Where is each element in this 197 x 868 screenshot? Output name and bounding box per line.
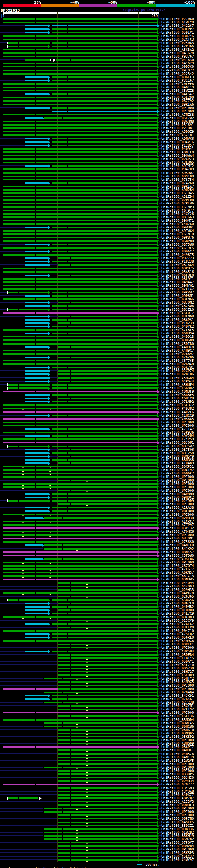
bar-gap-mark bbox=[35, 688, 36, 690]
bar-gap-mark bbox=[11, 312, 11, 314]
hit-bar bbox=[59, 681, 157, 683]
hit-label[interactable]: UniRef100_B4M9X5 bbox=[161, 680, 197, 684]
bar-gap-mark bbox=[35, 746, 36, 748]
hit-label[interactable]: UniRef100_B2B1H6 bbox=[161, 373, 197, 376]
hit-label[interactable]: UniRef100_UPI000.. bbox=[161, 475, 197, 478]
bar-gap-mark bbox=[70, 729, 71, 731]
bar-gap-mark bbox=[104, 637, 104, 638]
segment-tick bbox=[58, 841, 58, 844]
bar-gap-mark bbox=[35, 114, 36, 116]
bar-gap-mark bbox=[11, 278, 11, 280]
bar-gap-mark bbox=[104, 305, 104, 307]
query-line-tail bbox=[159, 770, 161, 771]
hit-bar bbox=[8, 384, 48, 385]
query-line bbox=[0, 32, 25, 33]
query-line-tail bbox=[159, 183, 161, 183]
hit-label[interactable]: UniRef100_C8Z3W6 bbox=[161, 304, 197, 308]
segment-tick bbox=[51, 24, 52, 27]
bar-gap-mark bbox=[35, 784, 36, 785]
hit-bar bbox=[3, 271, 157, 273]
hit-label[interactable]: UniRef100_C5Z1N1 bbox=[161, 133, 197, 137]
hit-bar bbox=[25, 107, 48, 109]
query-line bbox=[0, 302, 25, 303]
row-end-arrow-inner bbox=[158, 76, 159, 78]
hit-label[interactable]: UniRef100_Q207Z7 bbox=[161, 783, 197, 786]
hit-bar bbox=[3, 70, 157, 71]
bar-gap-mark bbox=[35, 134, 36, 136]
hit-bar bbox=[44, 811, 157, 813]
query-line-tail bbox=[159, 668, 161, 669]
gap-arrow-icon bbox=[48, 76, 51, 79]
query-line-tail bbox=[159, 162, 161, 162]
row-end-arrow-inner bbox=[158, 124, 159, 126]
query-line-tail bbox=[159, 757, 161, 757]
bar-gap-mark bbox=[11, 562, 11, 563]
hit-label[interactable]: UniRef100_Q0DJC0 bbox=[161, 65, 197, 68]
bar-gap-mark bbox=[35, 288, 36, 290]
hit-label[interactable]: UniRef100_Q6P7N0 bbox=[161, 817, 197, 820]
hit-label[interactable]: UniRef100_UPI000.. bbox=[161, 646, 197, 649]
hit-bar bbox=[59, 264, 157, 266]
hit-bar bbox=[59, 582, 157, 584]
hit-label[interactable]: UniRef100_Q6ZZ92 bbox=[161, 99, 197, 102]
segment-tick bbox=[58, 780, 58, 782]
bar-gap-mark bbox=[11, 172, 11, 174]
bar-gap-mark bbox=[11, 168, 11, 170]
hit-label[interactable]: UniRef100_Q9NHW5 bbox=[161, 578, 197, 581]
bar-gap-mark bbox=[67, 497, 68, 498]
hit-label[interactable]: UniRef100_Q8J0U1 bbox=[161, 441, 197, 444]
gap-in-query-icon bbox=[86, 853, 88, 855]
hit-bar bbox=[3, 534, 157, 536]
query-line-tail bbox=[159, 815, 161, 815]
query-line-tail bbox=[159, 305, 161, 306]
segment-tick bbox=[58, 787, 58, 789]
hit-bar bbox=[59, 302, 157, 303]
fifty-char-label: =50char. bbox=[143, 863, 160, 866]
segment-tick bbox=[58, 749, 58, 752]
hit-label[interactable]: UniRef100_Q9P876 bbox=[161, 236, 197, 239]
bar-gap-mark bbox=[35, 148, 36, 150]
row-end-arrow-inner bbox=[158, 459, 159, 461]
hit-bar bbox=[59, 316, 157, 317]
gap-arrow-icon bbox=[48, 141, 51, 144]
gap-arrow-icon bbox=[48, 609, 51, 612]
hit-label[interactable]: UniRef100_Q59IV1 bbox=[161, 31, 197, 34]
hit-label[interactable]: UniRef100_C4WY97 bbox=[161, 858, 197, 862]
row-end-arrow-inner bbox=[158, 199, 159, 201]
hit-bar bbox=[59, 661, 157, 662]
hit-label[interactable]: UniRef100_Q5KSP3 bbox=[161, 851, 197, 855]
hit-bar bbox=[3, 312, 157, 314]
bar-gap-mark bbox=[70, 763, 71, 765]
bar-gap-mark bbox=[104, 319, 104, 320]
hit-bar bbox=[3, 363, 157, 365]
hit-label[interactable]: UniRef100_Q2PEW6 bbox=[161, 202, 197, 205]
query-line-tail bbox=[159, 736, 161, 737]
gap-arrow-icon bbox=[48, 346, 51, 349]
query-line bbox=[0, 767, 43, 768]
hit-label[interactable]: UniRef100_Q5A516 bbox=[161, 270, 197, 273]
hit-label[interactable]: UniRef100_Q8LB08 bbox=[161, 509, 197, 513]
hit-label[interactable]: UniRef100_Q4UDK1 bbox=[161, 748, 197, 752]
hit-bar bbox=[3, 90, 157, 91]
bar-gap-mark bbox=[104, 459, 104, 461]
segment-tick bbox=[51, 182, 52, 184]
query-line-tail bbox=[159, 422, 161, 423]
hit-label[interactable]: UniRef100_C5LC36 bbox=[161, 714, 197, 718]
segment-tick bbox=[58, 397, 58, 400]
segment-tick bbox=[51, 366, 52, 369]
bar-gap-mark bbox=[104, 295, 104, 297]
hit-bar bbox=[59, 780, 157, 782]
hit-label[interactable]: UniRef100_P49382 bbox=[161, 407, 197, 410]
hit-label[interactable]: UniRef100_B9HGN8 bbox=[161, 338, 197, 342]
query-line-tail bbox=[159, 237, 161, 238]
bar-gap-mark bbox=[11, 442, 11, 443]
bar-gap-mark bbox=[67, 111, 68, 112]
hit-label[interactable]: UniRef100_P04709 bbox=[161, 167, 197, 171]
hit-label[interactable]: UniRef100_B4L7X9 bbox=[161, 612, 197, 615]
hit-bar bbox=[3, 541, 157, 542]
hit-label[interactable]: UniRef100_B4N1K0 bbox=[161, 544, 197, 547]
hit-bar bbox=[3, 158, 157, 160]
bar-gap-mark bbox=[67, 606, 68, 608]
gap-arrow-icon bbox=[48, 93, 51, 96]
query-line-tail bbox=[159, 726, 161, 727]
